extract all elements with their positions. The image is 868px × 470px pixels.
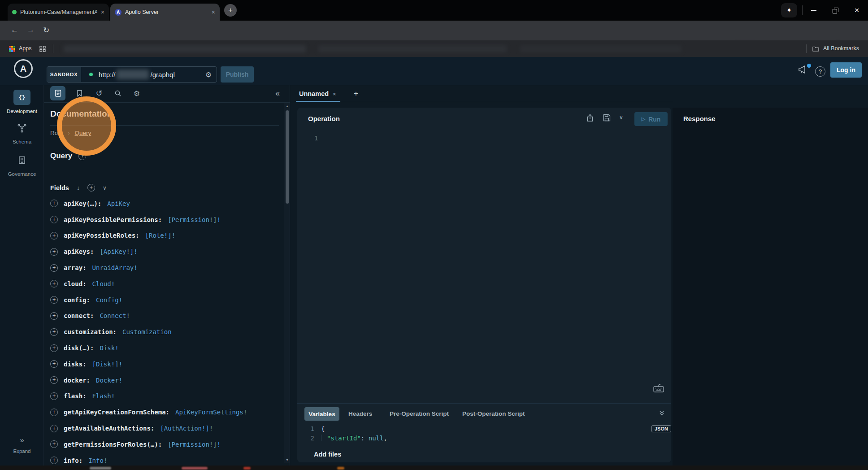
sparkle-extension-icon[interactable]: ✦ <box>781 3 797 17</box>
field-row[interactable]: +flash:Flash! <box>50 388 281 405</box>
browser-tab-apollo[interactable]: A Apollo Server × <box>110 4 220 21</box>
login-button[interactable]: Log in <box>830 62 862 78</box>
new-tab-button[interactable]: + <box>224 4 237 17</box>
operation-tab-unnamed[interactable]: Unnamed × <box>299 85 336 102</box>
close-window-button[interactable]: × <box>847 3 866 18</box>
field-row[interactable]: +apiKeyPossiblePermissions:[Permission!]… <box>50 212 281 228</box>
sandbox-header: A SANDBOX http:// /graphql ⚙ Publish ? L… <box>0 57 868 85</box>
building-icon <box>13 152 30 168</box>
back-icon[interactable]: ← <box>11 26 18 35</box>
restore-button[interactable] <box>826 3 845 18</box>
run-button[interactable]: ▷ Run <box>634 112 668 126</box>
field-row[interactable]: +disks:[Disk!]! <box>50 356 281 372</box>
add-field-icon[interactable]: + <box>50 200 58 207</box>
variables-editor-line[interactable]: 2"startId": null, <box>308 435 387 442</box>
add-field-icon[interactable]: + <box>50 457 58 464</box>
field-row[interactable]: +config:Config! <box>50 292 281 308</box>
publish-button[interactable]: Publish <box>221 66 254 83</box>
scrollbar-thumb[interactable] <box>286 110 289 204</box>
response-panel: Response <box>673 108 868 466</box>
search-icon[interactable] <box>110 86 126 100</box>
documentation-tab-button[interactable] <box>50 86 65 100</box>
field-row[interactable]: +apiKeys:[ApiKey!]! <box>50 244 281 260</box>
save-icon[interactable] <box>603 114 611 122</box>
tab-variables[interactable]: Variables <box>304 407 339 421</box>
nav-item-schema[interactable]: Schema <box>0 120 44 144</box>
tab-close-icon[interactable]: × <box>212 9 215 16</box>
settings-gear-icon[interactable]: ⚙ <box>129 86 144 100</box>
field-row[interactable]: +apiKeyPossibleRoles:[Role!]! <box>50 228 281 244</box>
field-row[interactable]: +disk(…):Disk! <box>50 340 281 356</box>
endpoint-settings-gear-icon[interactable]: ⚙ <box>205 70 212 79</box>
fields-list: +apiKey(…):ApiKey +apiKeyPossiblePermiss… <box>50 196 281 466</box>
field-row[interactable]: +getPermissionsForRoles(…):[Permission!]… <box>50 436 281 453</box>
tab-pre-operation-script[interactable]: Pre-Operation Script <box>390 407 449 421</box>
nav-label: Governance <box>0 171 44 177</box>
field-row[interactable]: +cloud:Cloud! <box>50 276 281 292</box>
endpoint-path: /graphql <box>151 71 175 78</box>
field-row[interactable]: +info:Info! <box>50 453 281 466</box>
operation-tabbar: Unnamed × + <box>290 85 673 102</box>
apollo-logo[interactable]: A <box>14 59 33 78</box>
nav-item-development[interactable]: {} Development <box>0 90 44 114</box>
browser-tab-plutonium[interactable]: Plutonium-Case/ManagementA × <box>8 4 109 21</box>
nav-label: Development <box>0 109 44 114</box>
add-field-icon[interactable]: + <box>50 376 58 384</box>
field-row[interactable]: +getAvailableAuthActions:[AuthAction!]! <box>50 420 281 436</box>
grid-icon[interactable] <box>39 46 46 52</box>
forward-icon[interactable]: → <box>27 26 35 35</box>
help-button[interactable]: ? <box>815 66 825 77</box>
add-field-icon[interactable]: + <box>50 296 58 304</box>
add-fields-icon[interactable]: + <box>87 184 95 191</box>
add-field-icon[interactable]: + <box>50 344 58 352</box>
save-dropdown-chevron-icon[interactable]: ∨ <box>619 114 623 121</box>
add-field-icon[interactable]: + <box>50 264 58 272</box>
field-row[interactable]: +connect:Connect! <box>50 308 281 324</box>
tab-post-operation-script[interactable]: Post-Operation Script <box>462 407 525 421</box>
endpoint-bar[interactable]: SANDBOX http:// /graphql ⚙ <box>47 66 217 83</box>
field-row[interactable]: +apiKey(…):ApiKey <box>50 196 281 212</box>
announcements-megaphone-icon[interactable] <box>798 65 808 74</box>
response-title: Response <box>683 115 716 122</box>
field-row[interactable]: +getApiKeyCreationFormSchema:ApiKeyFormS… <box>50 404 281 420</box>
chevron-down-icon[interactable]: ∨ <box>103 185 107 191</box>
expand-icon: » <box>0 436 44 445</box>
variables-editor-line[interactable]: 1{ <box>308 425 325 432</box>
field-row[interactable]: +customization:Customization <box>50 324 281 340</box>
json-mode-badge[interactable]: JSON <box>651 425 671 432</box>
sort-icon[interactable]: ↓ <box>77 184 80 191</box>
add-field-icon[interactable]: + <box>50 440 58 448</box>
field-row[interactable]: +array:UnraidArray! <box>50 260 281 276</box>
add-field-icon[interactable]: + <box>50 360 58 368</box>
add-field-icon[interactable]: + <box>50 216 58 223</box>
tab-headers[interactable]: Headers <box>348 407 372 421</box>
keyboard-shortcuts-icon[interactable] <box>653 384 665 393</box>
refresh-icon[interactable]: ↻ <box>43 26 49 35</box>
new-operation-tab-button[interactable]: + <box>354 85 358 102</box>
collapse-panel-double-chevron-icon[interactable] <box>659 410 665 416</box>
expand-label: Expand <box>0 448 44 454</box>
add-field-icon[interactable]: + <box>50 232 58 239</box>
apps-label[interactable]: Apps <box>19 40 32 57</box>
add-field-icon[interactable]: + <box>50 280 58 287</box>
all-bookmarks-label[interactable]: All Bookmarks <box>823 40 859 57</box>
add-field-icon[interactable]: + <box>50 425 58 432</box>
collapse-docs-icon[interactable]: « <box>270 86 285 100</box>
schema-graph-icon <box>13 120 30 135</box>
add-field-icon[interactable]: + <box>50 392 58 400</box>
nav-item-governance[interactable]: Governance <box>0 152 44 177</box>
add-field-icon[interactable]: + <box>50 409 58 416</box>
share-icon[interactable] <box>586 114 594 122</box>
line-number: 1 <box>308 425 314 432</box>
field-row[interactable]: +docker:Docker! <box>50 372 281 388</box>
apollo-favicon: A <box>115 9 122 16</box>
minimize-button[interactable] <box>804 3 823 18</box>
tab-close-icon[interactable]: × <box>101 9 104 16</box>
add-files-button[interactable]: Add files <box>297 446 671 462</box>
tab-close-icon[interactable]: × <box>333 91 336 97</box>
nav-expand-button[interactable]: » Expand <box>0 436 44 454</box>
add-field-icon[interactable]: + <box>50 248 58 256</box>
add-field-icon[interactable]: + <box>50 312 58 320</box>
add-field-icon[interactable]: + <box>50 328 58 336</box>
line-number: 2 <box>308 435 314 442</box>
